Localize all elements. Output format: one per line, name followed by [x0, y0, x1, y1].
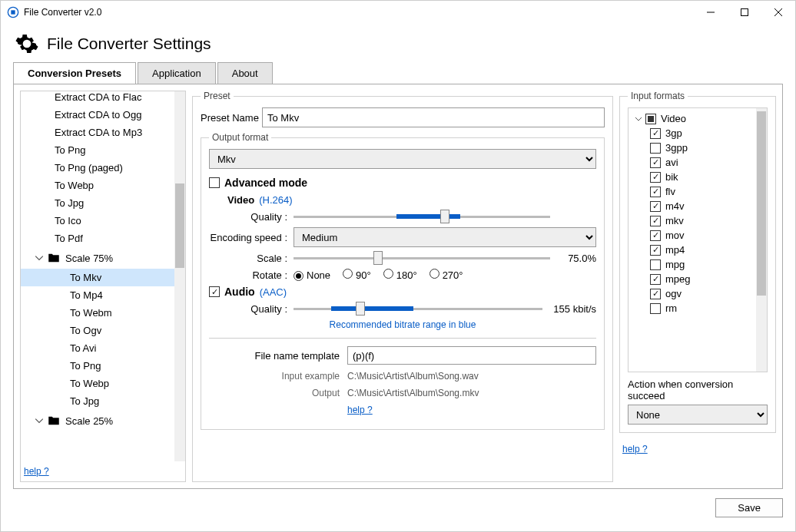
audio-quality-label: Quality :	[209, 303, 294, 315]
format-label: mkv	[665, 215, 684, 226]
format-checkbox[interactable]	[650, 259, 661, 270]
tree-item[interactable]: To Jpg	[21, 194, 174, 212]
format-checkbox[interactable]	[650, 172, 661, 183]
tree-item[interactable]: To Mkv	[21, 269, 174, 286]
maximize-button[interactable]	[728, 1, 761, 24]
format-checkbox[interactable]	[650, 157, 661, 168]
template-input[interactable]	[347, 346, 596, 365]
format-item[interactable]: 3gp	[629, 126, 767, 140]
advanced-checkbox[interactable]	[209, 177, 220, 188]
format-item[interactable]: bik	[629, 170, 767, 184]
video-codec: (H.264)	[259, 194, 292, 206]
help-link[interactable]: help ?	[347, 405, 373, 415]
tree-item[interactable]: To Jpg	[21, 392, 174, 410]
format-checkbox[interactable]	[650, 128, 661, 139]
chevron-down-icon	[35, 253, 44, 263]
format-checkbox[interactable]	[650, 216, 661, 226]
format-checkbox[interactable]	[650, 187, 661, 197]
tab-presets[interactable]: Conversion Presets	[13, 62, 136, 84]
audio-quality-slider[interactable]	[294, 302, 542, 315]
chevron-down-icon	[635, 115, 642, 123]
format-item[interactable]: m4v	[629, 199, 767, 213]
format-label: mpeg	[665, 273, 691, 285]
output-example-value: C:\Music\Artist\Album\Song.mkv	[347, 388, 479, 398]
save-button[interactable]: Save	[715, 498, 783, 517]
format-item[interactable]: rm	[629, 301, 767, 316]
format-label: m4v	[665, 200, 685, 212]
folder-icon	[47, 251, 61, 265]
app-icon	[7, 6, 19, 18]
format-item[interactable]: avi	[629, 155, 767, 170]
format-item[interactable]: mpg	[629, 257, 767, 272]
preset-tree[interactable]: Extract CDA to Flac Extract CDA to Ogg E…	[21, 91, 174, 431]
format-item[interactable]: mp4	[629, 243, 767, 257]
output-format-select[interactable]: Mkv	[209, 149, 596, 169]
format-checkbox[interactable]	[650, 230, 661, 241]
tab-about[interactable]: About	[217, 62, 273, 84]
help-link[interactable]: help ?	[619, 439, 776, 459]
tree-item[interactable]: Extract CDA to Mp3	[21, 124, 174, 141]
bitrate-note: Recommended bitrate range in blue	[209, 319, 596, 330]
format-item[interactable]: ogv	[629, 286, 767, 301]
format-item[interactable]: mov	[629, 228, 767, 243]
format-label: rm	[665, 302, 677, 314]
tree-item[interactable]: To Ico	[21, 212, 174, 230]
tree-folder[interactable]: Scale 25%	[21, 410, 174, 431]
tree-scrollbar[interactable]	[174, 91, 185, 461]
rotate-none[interactable]: None	[294, 269, 330, 281]
video-quality-slider[interactable]	[294, 210, 550, 223]
tree-item[interactable]: To Webm	[21, 304, 174, 322]
group-label: Video	[661, 113, 686, 124]
formats-scrollbar[interactable]	[756, 108, 767, 372]
tree-item[interactable]: To Ogv	[21, 322, 174, 339]
quality-label: Quality :	[209, 211, 294, 223]
tree-item[interactable]: Extract CDA to Ogg	[21, 106, 174, 124]
tree-item[interactable]: Extract CDA to Flac	[21, 91, 174, 106]
tree-item[interactable]: To Png	[21, 357, 174, 375]
audio-quality-value: 155 kbit/s	[542, 303, 596, 315]
scale-slider[interactable]	[294, 252, 550, 264]
tree-item[interactable]: To Webp	[21, 375, 174, 392]
minimize-button[interactable]	[694, 1, 728, 24]
tree-item[interactable]: To Mp4	[21, 286, 174, 304]
format-label: bik	[665, 171, 678, 183]
scale-label: Scale :	[209, 253, 294, 264]
format-item[interactable]: 3gpp	[629, 140, 767, 155]
close-button[interactable]	[761, 1, 795, 24]
format-checkbox[interactable]	[650, 274, 661, 285]
audio-checkbox[interactable]	[209, 286, 220, 297]
format-checkbox[interactable]	[650, 303, 661, 314]
tab-application[interactable]: Application	[138, 62, 216, 84]
format-label: 3gp	[665, 127, 682, 139]
input-formats-tree[interactable]: Video 3gp3gppavibikflvm4vmkvmovmp4mpgmpe…	[628, 107, 768, 372]
rotate-180[interactable]: 180°	[383, 269, 417, 281]
folder-label: Scale 25%	[65, 415, 113, 427]
format-checkbox[interactable]	[650, 245, 661, 256]
encoding-speed-select[interactable]: Medium	[294, 227, 596, 247]
tree-item[interactable]: To Pdf	[21, 230, 174, 247]
group-checkbox[interactable]	[645, 114, 656, 124]
tree-item[interactable]: To Png (paged)	[21, 159, 174, 177]
tabs: Conversion Presets Application About	[13, 62, 795, 84]
format-item[interactable]: flv	[629, 184, 767, 199]
tree-folder[interactable]: Scale 75%	[21, 247, 174, 269]
preset-legend: Preset	[201, 91, 234, 101]
format-checkbox[interactable]	[650, 289, 661, 299]
format-item[interactable]: mpeg	[629, 272, 767, 286]
input-example-value: C:\Music\Artist\Album\Song.wav	[347, 371, 479, 382]
rotate-270[interactable]: 270°	[430, 269, 463, 281]
encoding-speed-label: Encoding speed :	[209, 232, 294, 243]
format-label: flv	[665, 186, 675, 197]
preset-name-input[interactable]	[262, 107, 605, 127]
tree-item[interactable]: To Png	[21, 141, 174, 159]
rotate-90[interactable]: 90°	[343, 269, 371, 281]
tree-item[interactable]: To Webp	[21, 177, 174, 194]
format-item[interactable]: mkv	[629, 213, 767, 228]
window-title: File Converter v2.0	[24, 7, 694, 18]
format-label: avi	[665, 157, 678, 168]
tree-item[interactable]: To Avi	[21, 339, 174, 357]
format-checkbox[interactable]	[650, 201, 661, 212]
action-select[interactable]: None	[628, 405, 768, 425]
help-link[interactable]: help ?	[21, 461, 185, 481]
format-checkbox[interactable]	[650, 143, 661, 154]
